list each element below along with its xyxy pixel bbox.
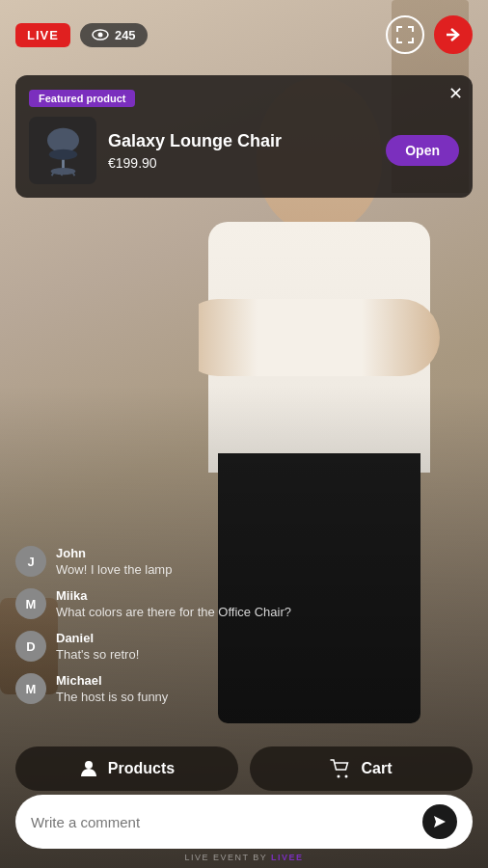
products-label: Products — [108, 760, 175, 777]
cart-icon — [330, 759, 351, 778]
exit-icon — [445, 26, 462, 43]
svg-point-3 — [47, 127, 79, 152]
bottom-nav: Products Cart — [15, 746, 473, 791]
chat-message: D Daniel That's so retro! — [15, 631, 473, 662]
product-price: €199.90 — [108, 155, 374, 171]
message-content: John Wow! I love the lamp — [56, 546, 172, 577]
message-text: What colors are there for the Office Cha… — [56, 605, 291, 619]
chat-message: M Miika What colors are there for the Of… — [15, 588, 473, 619]
person-arms — [199, 299, 440, 376]
message-text: The host is so funny — [56, 690, 168, 704]
message-text: Wow! I love the lamp — [56, 562, 172, 577]
live-badge: LIVE — [15, 23, 70, 47]
chair-illustration — [37, 124, 90, 177]
viewers-count: 245 — [80, 23, 148, 47]
exit-button[interactable] — [434, 15, 473, 54]
send-button[interactable] — [422, 804, 457, 839]
message-text: That's so retro! — [56, 647, 139, 662]
expand-button[interactable] — [386, 15, 424, 54]
featured-product-card: ✕ Featured product Galaxy Lounge Chair €… — [15, 75, 473, 198]
send-icon — [432, 814, 447, 829]
product-name: Galaxy Lounge Chair — [108, 131, 374, 151]
message-content: Michael The host is so funny — [56, 673, 168, 704]
avatar: M — [15, 673, 46, 704]
featured-content: Galaxy Lounge Chair €199.90 Open — [29, 117, 459, 184]
top-bar: LIVE 245 — [15, 15, 473, 54]
svg-point-12 — [345, 775, 348, 778]
svg-point-11 — [338, 775, 340, 778]
avatar: M — [15, 588, 46, 619]
comment-bar — [15, 795, 473, 849]
avatar: J — [15, 546, 46, 577]
watermark-brand: LIVEE — [271, 853, 304, 862]
close-featured-button[interactable]: ✕ — [448, 85, 463, 102]
products-button[interactable]: Products — [15, 746, 238, 791]
top-right-controls — [386, 15, 473, 54]
viewers-number: 245 — [115, 28, 136, 42]
svg-point-4 — [48, 149, 76, 159]
chat-message: M Michael The host is so funny — [15, 673, 473, 704]
top-left-controls: LIVE 245 — [15, 23, 148, 47]
message-username: Daniel — [56, 631, 139, 645]
message-username: Michael — [56, 673, 168, 688]
cart-button[interactable]: Cart — [250, 746, 473, 791]
message-username: Miika — [56, 588, 291, 603]
avatar: D — [15, 631, 46, 662]
svg-point-10 — [85, 761, 93, 769]
expand-icon — [396, 26, 414, 43]
product-info: Galaxy Lounge Chair €199.90 — [108, 131, 374, 171]
open-product-button[interactable]: Open — [386, 135, 459, 166]
chat-area: J John Wow! I love the lamp M Miika What… — [15, 546, 473, 704]
products-icon — [79, 759, 98, 778]
comment-input[interactable] — [31, 814, 422, 830]
featured-label: Featured product — [29, 90, 135, 107]
eye-icon — [92, 29, 109, 41]
svg-marker-13 — [434, 816, 446, 827]
chat-message: J John Wow! I love the lamp — [15, 546, 473, 577]
message-content: Daniel That's so retro! — [56, 631, 139, 662]
message-username: John — [56, 546, 172, 560]
watermark: LIVE EVENT BY LIVEE — [184, 853, 303, 862]
message-content: Miika What colors are there for the Offi… — [56, 588, 291, 619]
svg-point-1 — [97, 33, 102, 38]
cart-label: Cart — [361, 760, 392, 777]
watermark-prefix: LIVE EVENT BY — [184, 853, 271, 862]
product-image — [29, 117, 96, 184]
